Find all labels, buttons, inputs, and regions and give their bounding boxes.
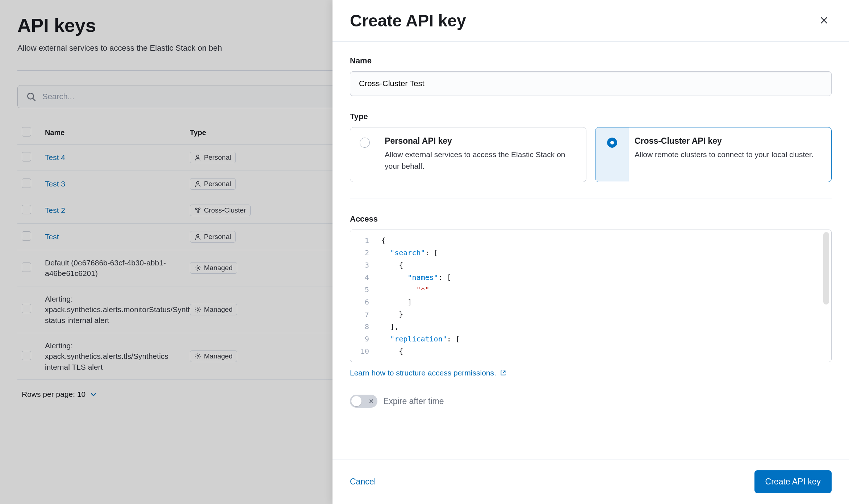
flyout-footer: Cancel Create API key	[333, 459, 849, 504]
radio-indicator	[607, 138, 617, 148]
access-help-link[interactable]: Learn how to structure access permission…	[350, 369, 506, 377]
expire-toggle-row: Expire after time	[350, 395, 832, 408]
access-code-editor[interactable]: 12345678910 { "search": [ { "names": [ "…	[350, 230, 832, 362]
close-button[interactable]	[816, 13, 832, 29]
type-option-personal[interactable]: Personal API key Allow external services…	[350, 127, 586, 182]
name-label: Name	[350, 56, 832, 66]
code-scrollbar[interactable]	[823, 231, 830, 360]
close-icon	[819, 16, 829, 25]
access-label: Access	[350, 214, 832, 224]
radio-indicator	[360, 138, 370, 148]
code-content[interactable]: { "search": [ { "names": [ "*" ] } ], "r…	[376, 230, 831, 362]
x-icon	[368, 398, 375, 404]
flyout-title: Create API key	[350, 11, 466, 30]
section-divider	[350, 198, 832, 198]
submit-button[interactable]: Create API key	[754, 470, 832, 493]
expire-label: Expire after time	[383, 396, 444, 406]
cancel-button[interactable]: Cancel	[350, 477, 376, 487]
flyout-header: Create API key	[333, 0, 849, 42]
external-link-icon	[500, 370, 506, 376]
radio-desc: Allow external services to access the El…	[385, 149, 576, 172]
type-option-cross-cluster[interactable]: Cross-Cluster API key Allow remote clust…	[595, 127, 832, 182]
radio-desc: Allow remote clusters to connect to your…	[635, 149, 814, 160]
radio-title: Personal API key	[385, 136, 576, 146]
code-gutter: 12345678910	[350, 230, 376, 362]
expire-toggle[interactable]	[350, 395, 377, 408]
type-label: Type	[350, 112, 832, 121]
radio-title: Cross-Cluster API key	[635, 136, 814, 146]
create-api-key-flyout: Create API key Name Type Personal API ke…	[333, 0, 849, 504]
name-input[interactable]	[350, 71, 832, 96]
flyout-body: Name Type Personal API key Allow externa…	[333, 42, 849, 459]
